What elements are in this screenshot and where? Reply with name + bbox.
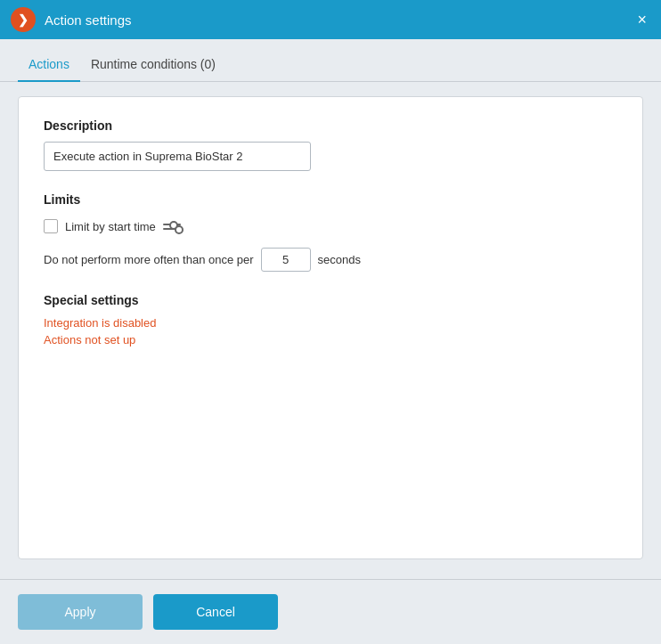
content-area: Description Limits Limit by start time D… [0,82,661,579]
close-button[interactable]: × [633,8,650,31]
tab-bar: Actions Runtime conditions (0) [0,39,661,82]
frequency-suffix: seconds [318,253,361,266]
description-section-label: Description [44,118,617,133]
sliders-icon[interactable] [163,224,181,230]
dialog-title: Action settings [45,12,132,28]
frequency-row: Do not perform more often than once per … [44,248,617,272]
apply-button[interactable]: Apply [18,594,143,630]
title-bar: ❯ Action settings × [0,0,661,39]
warning-actions-not-set-up: Actions not set up [44,333,617,346]
tab-actions[interactable]: Actions [18,48,80,82]
limits-section-label: Limits [44,192,617,207]
frequency-prefix: Do not perform more often than once per [44,253,254,266]
warning-integration-disabled: Integration is disabled [44,316,617,330]
limit-by-start-time-row: Limit by start time [44,219,617,233]
limit-by-start-time-label: Limit by start time [65,220,156,233]
app-logo-icon: ❯ [11,7,36,32]
limit-by-start-time-checkbox[interactable] [44,219,58,233]
special-settings-label: Special settings [44,293,617,307]
frequency-value-input[interactable] [261,248,311,272]
dialog: ❯ Action settings × Actions Runtime cond… [0,0,661,644]
cancel-button[interactable]: Cancel [153,594,278,630]
footer: Apply Cancel [0,579,661,644]
settings-card: Description Limits Limit by start time D… [18,96,643,559]
tab-runtime-conditions[interactable]: Runtime conditions (0) [80,48,226,82]
description-input[interactable] [44,142,311,171]
limits-section: Limits Limit by start time Do not perfor… [44,192,617,272]
title-bar-left: ❯ Action settings [11,7,132,32]
